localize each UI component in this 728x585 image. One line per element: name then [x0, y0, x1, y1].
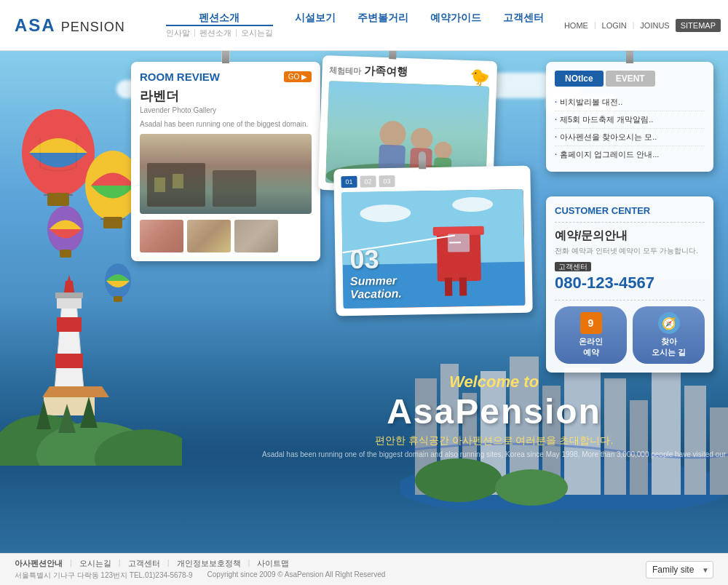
card-pin-family — [389, 51, 397, 59]
compass-icon: 🧭 — [658, 312, 680, 334]
nav-item-reservation-guide[interactable]: 예약가이드 — [430, 12, 481, 39]
svg-rect-11 — [60, 250, 71, 258]
room-review-card: ROOM REVIEW GO ▶ 라벤더 Lavender Photo Gall… — [131, 62, 320, 261]
footer-links: 아사펜션안내 | 오시는길 | 고객센터 | 개인정보보호정책 | 사이트맵 — [15, 558, 385, 569]
room-main-image — [140, 134, 312, 214]
nav-item-facility[interactable]: 시설보기 — [295, 12, 336, 39]
svg-rect-65 — [459, 277, 467, 295]
slide-dots: 01 02 03 — [341, 173, 523, 188]
top-nav-joinus[interactable]: JOINUS — [640, 21, 669, 30]
card-pin-notice — [626, 51, 633, 63]
terrain-svg — [0, 320, 182, 466]
footer-link-customer[interactable]: 고객센터 — [128, 558, 160, 569]
main-nav: 펜션소개 인사말 | 펜션소개 | 오시는길 시설보기 주변볼거리 예약가이드 … — [146, 12, 564, 39]
card-pin-summer — [418, 154, 425, 169]
customer-center-phone-label: 고객센터 — [555, 262, 705, 272]
svg-rect-48 — [154, 178, 165, 192]
calendar-icon: 9 — [580, 312, 602, 334]
svg-rect-64 — [445, 278, 452, 296]
family-site-wrapper: Family site ▼ — [646, 561, 713, 578]
svg-rect-49 — [173, 174, 183, 188]
room-thumb-3[interactable] — [234, 220, 278, 252]
room-thumb-1[interactable] — [140, 220, 183, 252]
footer-link-privacy[interactable]: 개인정보보호정책 — [177, 558, 241, 569]
notice-item-3[interactable]: 아사펜션을 찾아오시는 모.. — [555, 129, 705, 146]
family-site-select[interactable]: Family site — [646, 561, 713, 578]
footer-address: 서울특별시 기나구 다락동 123번지 TEL.01)234-5678-9 — [15, 570, 193, 581]
notice-item-2[interactable]: 제5회 마드축제 개막알림.. — [555, 111, 705, 129]
slide-dot-2[interactable]: 02 — [360, 175, 376, 187]
nav-sub-osineungil[interactable]: 오시는길 — [241, 28, 273, 39]
main-area: G G Welcome to AsaPension 편안한 휴식공간 아사펜션으… — [0, 51, 728, 553]
room-review-sub2: Asadal has been running one of the bigge… — [140, 120, 312, 128]
room-review-title: ROOM REVIEW — [140, 71, 220, 83]
card-pin-room — [222, 51, 229, 63]
notice-item-1[interactable]: 비치발리볼 대전.. — [555, 94, 705, 111]
room-review-sub1: Lavender Photo Gallery — [140, 106, 312, 114]
top-nav: HOME | LOGIN | JOINUS SITEMAP — [564, 19, 728, 32]
top-nav-login[interactable]: LOGIN — [602, 21, 627, 30]
top-nav-home[interactable]: HOME — [564, 21, 588, 30]
green-terrain — [0, 320, 182, 466]
summer-num: 03 — [349, 244, 401, 275]
room-image-overlay — [140, 134, 312, 214]
svg-rect-13 — [114, 296, 122, 302]
footer-link-about[interactable]: 아사펜션안내 — [15, 558, 63, 569]
customer-center-phone: 080-123-4567 — [555, 274, 705, 292]
go-button[interactable]: GO ▶ — [284, 71, 312, 82]
footer-copyright: Copyright since 2009 © AsaPension All Ri… — [207, 570, 386, 581]
top-nav-sitemap[interactable]: SITEMAP — [676, 19, 721, 32]
notice-tab-notice[interactable]: NOtIce — [555, 71, 604, 87]
welcome-to: Welcome to — [262, 373, 726, 391]
footer-right: Family site ▼ — [646, 561, 713, 578]
nav-sub-pensionsogae[interactable]: 펜션소개 — [199, 28, 232, 39]
svg-marker-28 — [36, 400, 51, 429]
customer-center-divider2 — [555, 300, 705, 301]
direction-button[interactable]: 🧭 찾아 오시는 길 — [633, 306, 705, 364]
svg-point-44 — [415, 458, 502, 502]
logo-area: ASA PENSION — [0, 15, 146, 36]
svg-rect-47 — [213, 170, 256, 207]
asa-pension-big: AsaPension — [262, 391, 726, 431]
direction-btn-content: 🧭 찾아 오시는 길 — [636, 312, 702, 358]
nav-item-surroundings[interactable]: 주변볼거리 — [357, 12, 408, 39]
room-review-name: 라벤더 — [140, 87, 312, 105]
summer-label2: Vacation. — [350, 287, 402, 301]
summer-card: 01 02 03 — [333, 166, 532, 317]
welcome-sub2: Asadal has been running one of the bigge… — [262, 450, 726, 458]
notice-list: 비치발리볼 대전.. 제5회 마드축제 개막알림.. 아사펜션을 찾아오시는 모… — [555, 94, 705, 163]
customer-center-title: CUSTOMER CENTER — [555, 205, 705, 216]
online-btn-content: 9 온라인 예약 — [558, 312, 624, 358]
summer-photo: 03 Summer Vacation. — [341, 189, 526, 309]
footer-left: 아사펜션안내 | 오시는길 | 고객센터 | 개인정보보호정책 | 사이트맵 서… — [15, 558, 385, 581]
slide-dot-3[interactable]: 03 — [379, 175, 395, 187]
svg-marker-30 — [80, 397, 98, 428]
family-tag: 체험테마 가족여행 🐤 — [329, 63, 490, 82]
notice-tabs: NOtIce EVENT — [555, 71, 705, 87]
customer-center-divider — [555, 222, 705, 223]
nav-item-pension-intro[interactable]: 펜션소개 인사말 | 펜션소개 | 오시는길 — [166, 12, 273, 39]
customer-center-buttons: 9 온라인 예약 🧭 찾아 오시는 길 — [555, 306, 705, 364]
footer-link-sitemap[interactable]: 사이트맵 — [257, 558, 289, 569]
customer-center-subtitle: 예약/문의안내 — [555, 228, 705, 244]
notice-tab-event[interactable]: EVENT — [606, 71, 655, 87]
room-thumbs — [140, 220, 312, 252]
slide-dot-1[interactable]: 01 — [341, 176, 357, 188]
online-reservation-button[interactable]: 9 온라인 예약 — [555, 306, 627, 364]
svg-point-45 — [495, 469, 568, 506]
customer-center-card: CUSTOMER CENTER 예약/문의안내 전화 예약과 인터넷 예약이 모… — [546, 196, 713, 373]
nav-item-customer-service[interactable]: 고객센터 — [503, 12, 544, 39]
bird-icon: 🐤 — [470, 68, 490, 87]
summer-label1: Summer — [350, 274, 402, 288]
notice-card: NOtIce EVENT 비치발리볼 대전.. 제5회 마드축제 개막알림.. … — [546, 62, 713, 172]
logo[interactable]: ASA PENSION — [15, 15, 146, 36]
footer-link-directions[interactable]: 오시는길 — [79, 558, 111, 569]
room-review-header: ROOM REVIEW GO ▶ — [140, 71, 312, 83]
summer-text: 03 Summer Vacation. — [349, 244, 402, 301]
customer-center-desc: 전화 예약과 인터넷 예약이 모두 가능합니다. — [555, 246, 705, 256]
notice-item-4[interactable]: 홈페이지 업그레이드 안내... — [555, 146, 705, 163]
room-thumb-2[interactable] — [187, 220, 231, 252]
welcome-text: Welcome to AsaPension 편안한 휴식공간 아사펜션으로 여러… — [262, 373, 726, 458]
nav-sub-insapal[interactable]: 인사말 — [166, 28, 190, 39]
footer: 아사펜션안내 | 오시는길 | 고객센터 | 개인정보보호정책 | 사이트맵 서… — [0, 553, 728, 585]
